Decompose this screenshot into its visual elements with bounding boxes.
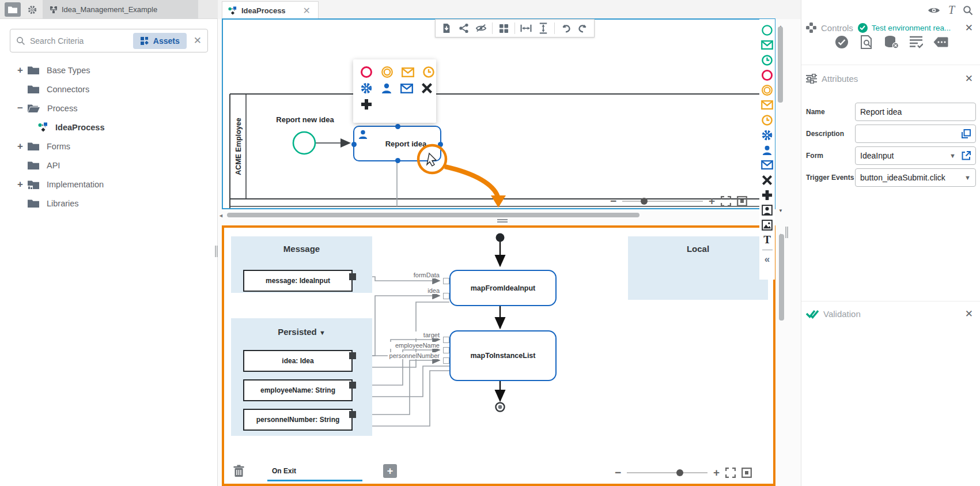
end-event-icon[interactable] bbox=[360, 66, 373, 78]
task-report-idea[interactable]: Report idea bbox=[353, 126, 441, 161]
fullscreen-icon[interactable] bbox=[725, 468, 736, 478]
typography-icon[interactable]: T bbox=[948, 3, 955, 17]
input-port[interactable] bbox=[443, 337, 449, 343]
horizontal-scrollbar[interactable] bbox=[225, 212, 772, 218]
dropdown-arrow-icon[interactable]: ▼ bbox=[964, 174, 971, 181]
tree-item-forms[interactable]: + Forms bbox=[0, 137, 218, 156]
search-input[interactable] bbox=[30, 36, 133, 46]
scroll-left-icon[interactable]: ◄ bbox=[218, 213, 224, 218]
persisted-section-title[interactable]: Persisted ▼ bbox=[231, 327, 372, 337]
output-port[interactable] bbox=[349, 273, 356, 280]
vertical-scrollbar[interactable] bbox=[777, 21, 784, 209]
bpmn-canvas[interactable]: ACME Employee Report new idea Report ide… bbox=[222, 18, 775, 209]
search-icon[interactable] bbox=[963, 5, 973, 16]
trigger-events-select[interactable]: button_ideaSubmit.click ▼ bbox=[855, 168, 976, 187]
message-event-icon[interactable] bbox=[760, 97, 774, 112]
fit-view-icon[interactable] bbox=[741, 468, 752, 478]
scrollbar-thumb[interactable] bbox=[779, 234, 784, 321]
close-icon[interactable]: ✕ bbox=[965, 308, 975, 320]
map-node-to-instance-list[interactable]: mapToInstanceList bbox=[449, 330, 557, 381]
selection-handle[interactable] bbox=[438, 142, 443, 147]
tree-item-ideaprocess[interactable]: IdeaProcess bbox=[0, 118, 218, 137]
input-port[interactable] bbox=[443, 357, 449, 364]
delete-element-icon[interactable] bbox=[760, 172, 774, 187]
assets-filter-button[interactable]: Assets bbox=[133, 33, 187, 49]
message-start-event-icon[interactable] bbox=[760, 37, 774, 52]
collapse-icon[interactable]: − bbox=[13, 103, 28, 114]
output-port[interactable] bbox=[349, 352, 356, 359]
preview-eye-icon[interactable] bbox=[928, 6, 940, 15]
input-port[interactable] bbox=[443, 293, 449, 299]
mapping-canvas[interactable]: Message Persisted ▼ Local message: IdeaI… bbox=[222, 225, 775, 486]
actor-box-icon[interactable] bbox=[760, 202, 774, 217]
selection-handle[interactable] bbox=[395, 158, 400, 163]
send-task-icon[interactable] bbox=[760, 157, 774, 172]
output-port[interactable] bbox=[349, 382, 356, 389]
form-select[interactable]: IdeaInput ▼ bbox=[855, 146, 976, 165]
zoom-slider[interactable] bbox=[622, 201, 703, 202]
database-clear-icon[interactable] bbox=[884, 35, 899, 50]
end-event-icon[interactable] bbox=[760, 67, 774, 82]
dropdown-arrow-icon[interactable]: ▼ bbox=[949, 152, 956, 159]
scrollbar-thumb[interactable] bbox=[227, 213, 640, 217]
persisted-variable-box[interactable]: employeeName: String bbox=[243, 379, 353, 401]
tree-item-implementation[interactable]: + Implementation bbox=[0, 175, 218, 194]
intermediate-event-icon[interactable] bbox=[381, 66, 393, 78]
map-node-from-idea-input[interactable]: mapFromIdeaInput bbox=[449, 270, 557, 306]
image-icon[interactable] bbox=[760, 217, 774, 232]
service-task-icon[interactable] bbox=[360, 82, 373, 95]
timer-event-icon[interactable] bbox=[760, 112, 774, 127]
chevron-down-icon[interactable]: ▼ bbox=[319, 329, 326, 336]
scrollbar-thumb[interactable] bbox=[778, 27, 783, 103]
open-form-link-icon[interactable] bbox=[962, 151, 971, 160]
zoom-slider-handle[interactable] bbox=[641, 198, 648, 205]
collapse-toolbar-icon[interactable]: « bbox=[760, 252, 774, 267]
service-task-icon[interactable] bbox=[760, 127, 774, 142]
share-button[interactable] bbox=[456, 21, 471, 35]
tree-item-api[interactable]: API bbox=[0, 156, 218, 175]
editor-tab-ideaprocess[interactable]: IdeaProcess ✕ bbox=[222, 1, 319, 19]
validate-check-icon[interactable] bbox=[834, 35, 849, 50]
close-icon[interactable]: ✕ bbox=[965, 22, 975, 34]
tree-item-process[interactable]: − Process bbox=[0, 99, 218, 118]
zoom-slider[interactable] bbox=[627, 472, 707, 473]
zoom-in-icon[interactable]: + bbox=[709, 195, 715, 206]
export-download-button[interactable] bbox=[439, 21, 454, 35]
search-clear-icon[interactable]: ✕ bbox=[194, 35, 202, 47]
environment-status[interactable]: Test environment rea... bbox=[858, 23, 960, 33]
name-input[interactable]: Report idea bbox=[855, 103, 976, 121]
close-icon[interactable]: ✕ bbox=[965, 73, 975, 85]
expand-icon[interactable]: + bbox=[13, 65, 28, 76]
input-port[interactable] bbox=[443, 278, 449, 284]
fullscreen-icon[interactable] bbox=[721, 196, 731, 206]
hide-visibility-button[interactable] bbox=[474, 21, 489, 35]
timer-event-icon[interactable] bbox=[422, 66, 435, 78]
selection-handle[interactable] bbox=[395, 124, 400, 129]
add-element-icon[interactable] bbox=[360, 98, 373, 111]
delete-icon[interactable] bbox=[421, 82, 433, 95]
zoom-in-icon[interactable]: + bbox=[713, 467, 720, 478]
persisted-variable-box[interactable]: personnelNumber: String bbox=[243, 409, 353, 431]
sidebar-resize-grip[interactable] bbox=[215, 246, 218, 257]
user-task-icon[interactable] bbox=[760, 142, 774, 157]
tree-item-connectors[interactable]: Connectors bbox=[0, 80, 218, 99]
open-project-button[interactable] bbox=[5, 2, 21, 17]
persisted-variable-box[interactable]: idea: Idea bbox=[243, 350, 353, 372]
expand-icon[interactable]: + bbox=[13, 179, 28, 190]
log-list-icon[interactable] bbox=[909, 35, 924, 50]
settings-button[interactable] bbox=[24, 2, 40, 17]
layout-grid-button[interactable] bbox=[496, 21, 511, 35]
message-event-icon[interactable] bbox=[402, 66, 414, 78]
expand-editor-icon[interactable] bbox=[962, 129, 971, 138]
zoom-out-icon[interactable]: − bbox=[610, 195, 616, 206]
send-task-icon[interactable] bbox=[400, 82, 413, 95]
panel-splitter-handle[interactable] bbox=[495, 219, 509, 224]
zoom-out-icon[interactable]: − bbox=[615, 467, 621, 478]
close-tab-icon[interactable]: ✕ bbox=[303, 5, 311, 16]
start-event-icon[interactable] bbox=[760, 22, 774, 37]
message-variable-box[interactable]: message: IdeaInput bbox=[243, 270, 353, 292]
redo-button[interactable] bbox=[576, 21, 591, 35]
input-port[interactable] bbox=[443, 347, 449, 353]
output-port[interactable] bbox=[349, 411, 356, 418]
intermediate-event-icon[interactable] bbox=[760, 82, 774, 97]
